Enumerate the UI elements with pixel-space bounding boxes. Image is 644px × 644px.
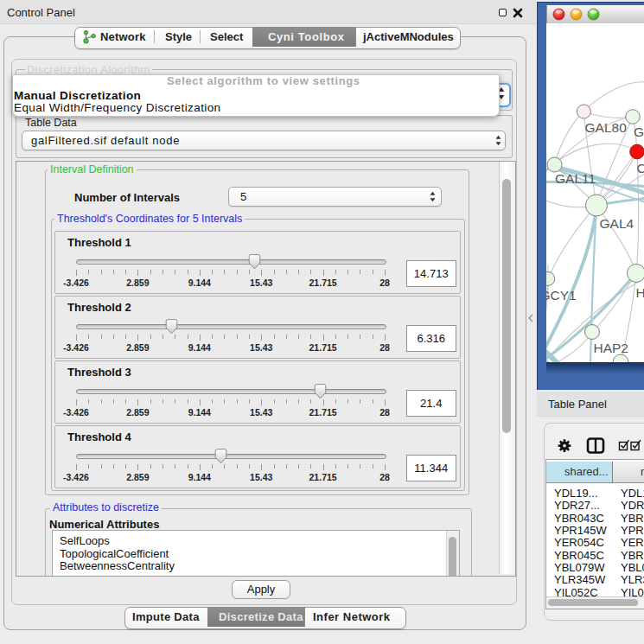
svg-text:GAL4: GAL4 [600,216,634,231]
svg-text:H: H [636,285,644,300]
svg-text:C: C [637,161,644,175]
svg-text:G.: G. [634,124,644,139]
svg-text:GAL11: GAL11 [555,171,596,186]
svg-text:GAL80: GAL80 [585,120,628,135]
svg-text:GCY1: GCY1 [546,288,577,303]
svg-text:HAP2: HAP2 [594,341,629,355]
